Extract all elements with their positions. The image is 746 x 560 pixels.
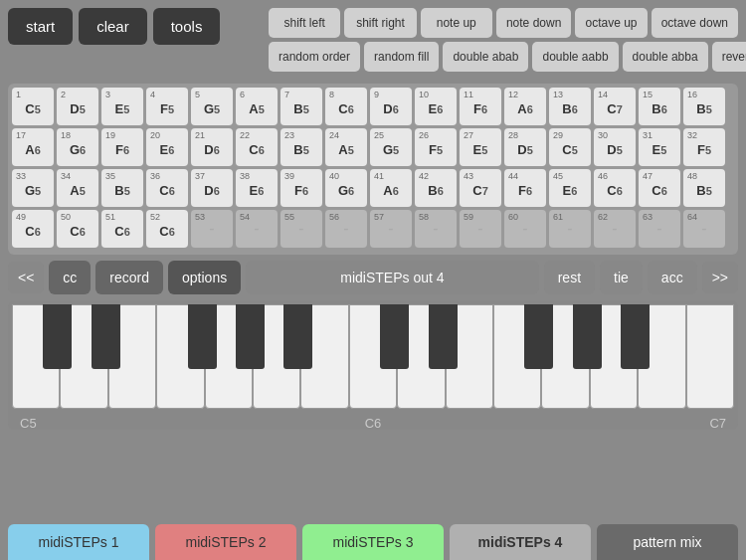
step-cell[interactable]: 55- — [280, 210, 322, 248]
step-cell[interactable]: 17A6 — [12, 128, 54, 166]
black-key[interactable] — [573, 304, 602, 369]
step-cell[interactable]: 32F5 — [683, 128, 725, 166]
next-button[interactable]: >> — [702, 262, 738, 293]
step-cell[interactable]: 60- — [504, 210, 546, 248]
step-cell[interactable]: 49C6 — [12, 210, 54, 248]
step-cell[interactable]: 22C6 — [236, 128, 278, 166]
tab-midisteps-4[interactable]: midiSTEPs 4 — [450, 524, 591, 560]
options-button[interactable]: options — [168, 261, 241, 294]
prev-button[interactable]: << — [8, 262, 44, 293]
white-key-c7[interactable] — [686, 304, 734, 409]
step-cell[interactable]: 29C5 — [549, 128, 591, 166]
step-cell[interactable]: 39F6 — [280, 169, 322, 207]
black-key[interactable] — [524, 304, 553, 369]
note-down-button[interactable]: note down — [496, 8, 571, 38]
black-key[interactable] — [621, 304, 650, 369]
step-cell[interactable]: 35B5 — [101, 169, 143, 207]
shift-right-button[interactable]: shift right — [344, 8, 416, 38]
step-cell[interactable]: 41A6 — [370, 169, 412, 207]
midi-out-button[interactable]: midiSTEPs out 4 — [246, 261, 539, 294]
step-cell[interactable]: 13B6 — [549, 88, 591, 125]
step-cell[interactable]: 36C6 — [146, 169, 188, 207]
step-cell[interactable]: 50C6 — [57, 210, 98, 248]
step-cell[interactable]: 6A5 — [236, 88, 278, 125]
step-cell[interactable]: 1C5 — [12, 88, 54, 125]
step-cell[interactable]: 4F5 — [146, 88, 188, 125]
step-cell[interactable]: 26F5 — [415, 128, 457, 166]
double-abab-button[interactable]: double abab — [443, 42, 528, 72]
step-cell[interactable]: 14C7 — [594, 88, 636, 125]
step-cell[interactable]: 27E5 — [460, 128, 501, 166]
double-aabb-button[interactable]: double aabb — [532, 42, 618, 72]
step-cell[interactable]: 51C6 — [101, 210, 143, 248]
black-key[interactable] — [380, 304, 409, 369]
step-cell[interactable]: 43C7 — [460, 169, 501, 207]
step-cell[interactable]: 44F6 — [504, 169, 546, 207]
tab-midisteps-3[interactable]: midiSTEPs 3 — [302, 524, 444, 560]
step-cell[interactable]: 59- — [460, 210, 501, 248]
black-key[interactable] — [92, 304, 120, 369]
step-cell[interactable]: 46C6 — [594, 169, 636, 207]
tab-midisteps-1[interactable]: midiSTEPs 1 — [8, 524, 149, 560]
step-cell[interactable]: 47C6 — [639, 169, 680, 207]
step-cell[interactable]: 33G5 — [12, 169, 54, 207]
step-cell[interactable]: 23B5 — [280, 128, 322, 166]
step-cell[interactable]: 58- — [415, 210, 457, 248]
octave-up-button[interactable]: octave up — [575, 8, 647, 38]
step-cell[interactable]: 7B5 — [280, 88, 322, 125]
step-cell[interactable]: 45E6 — [549, 169, 591, 207]
step-cell[interactable]: 56- — [325, 210, 367, 248]
step-cell[interactable]: 57- — [370, 210, 412, 248]
step-cell[interactable]: 25G5 — [370, 128, 412, 166]
clear-button[interactable]: clear — [79, 8, 147, 45]
black-key[interactable] — [429, 304, 458, 369]
tab-midisteps-2[interactable]: midiSTEPs 2 — [155, 524, 296, 560]
step-cell[interactable]: 34A5 — [57, 169, 98, 207]
step-cell[interactable]: 37D6 — [191, 169, 233, 207]
black-key[interactable] — [283, 304, 312, 369]
step-cell[interactable]: 15B6 — [639, 88, 680, 125]
acc-button[interactable]: acc — [648, 261, 697, 294]
note-up-button[interactable]: note up — [421, 8, 492, 38]
step-cell[interactable]: 53- — [191, 210, 233, 248]
step-cell[interactable]: 64- — [683, 210, 725, 248]
step-cell[interactable]: 2D5 — [57, 88, 98, 125]
step-cell[interactable]: 20E6 — [146, 128, 188, 166]
step-cell[interactable]: 8C6 — [325, 88, 367, 125]
octave-down-button[interactable]: octave down — [652, 8, 738, 38]
step-cell[interactable]: 52C6 — [146, 210, 188, 248]
step-cell[interactable]: 16B5 — [683, 88, 725, 125]
double-abba-button[interactable]: double abba — [623, 42, 708, 72]
step-cell[interactable]: 62- — [594, 210, 636, 248]
step-cell[interactable]: 3E5 — [101, 88, 143, 125]
step-cell[interactable]: 5G5 — [191, 88, 233, 125]
step-cell[interactable]: 19F6 — [101, 128, 143, 166]
shift-left-button[interactable]: shift left — [269, 8, 340, 38]
cc-button[interactable]: cc — [49, 261, 91, 294]
step-cell[interactable]: 30D5 — [594, 128, 636, 166]
record-button[interactable]: record — [95, 261, 163, 294]
step-cell[interactable]: 12A6 — [504, 88, 546, 125]
step-cell[interactable]: 61- — [549, 210, 591, 248]
start-button[interactable]: start — [8, 8, 73, 45]
black-key[interactable] — [188, 304, 217, 369]
step-cell[interactable]: 21D6 — [191, 128, 233, 166]
reverse-button[interactable]: reverse — [712, 42, 746, 72]
tab-pattern-mix[interactable]: pattern mix — [597, 524, 738, 560]
random-order-button[interactable]: random order — [269, 42, 360, 72]
step-cell[interactable]: 38E6 — [236, 169, 278, 207]
step-cell[interactable]: 54- — [236, 210, 278, 248]
step-cell[interactable]: 31E5 — [639, 128, 680, 166]
step-cell[interactable]: 18G6 — [57, 128, 98, 166]
tools-button[interactable]: tools — [153, 8, 221, 45]
step-cell[interactable]: 24A5 — [325, 128, 367, 166]
step-cell[interactable]: 28D5 — [504, 128, 546, 166]
tie-button[interactable]: tie — [600, 261, 643, 294]
step-cell[interactable]: 48B5 — [683, 169, 725, 207]
black-key[interactable] — [236, 304, 265, 369]
step-cell[interactable]: 40G6 — [325, 169, 367, 207]
step-cell[interactable]: 11F6 — [460, 88, 501, 125]
step-cell[interactable]: 9D6 — [370, 88, 412, 125]
rest-button[interactable]: rest — [544, 261, 595, 294]
step-cell[interactable]: 42B6 — [415, 169, 457, 207]
